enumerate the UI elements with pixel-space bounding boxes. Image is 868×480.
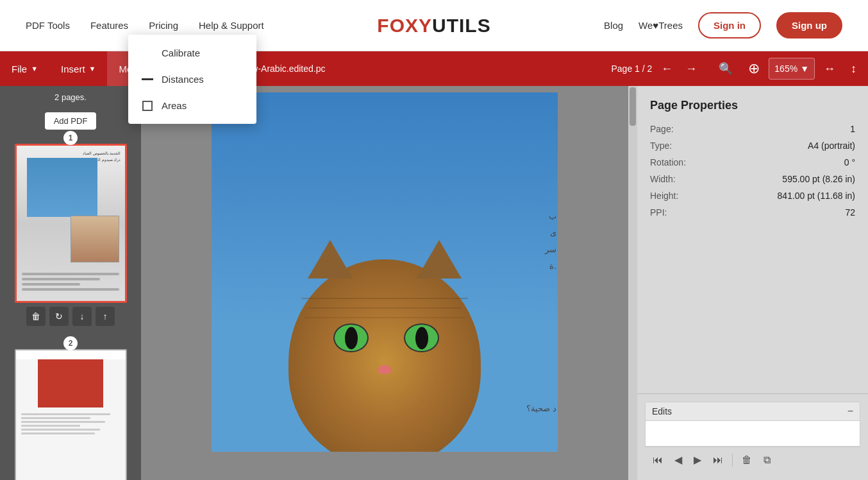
distances-label: Distances [162, 74, 204, 85]
edits-toolbar-separator [732, 454, 733, 467]
nav-help-support[interactable]: Help & Support [199, 20, 264, 31]
nav-blog[interactable]: Blog [604, 20, 623, 31]
arabic-text-right-2: د صحية؟ [526, 404, 556, 413]
arabic-text-right-1: بیسرة. [545, 208, 556, 275]
zoom-level-value: 165% [774, 64, 797, 74]
thumb-1-dog-img [71, 216, 119, 262]
logo-foxy: FOXY [377, 15, 432, 36]
nav-we-trees[interactable]: We♥Trees [638, 20, 683, 31]
pdf-scrollbar-thumb[interactable] [630, 87, 636, 126]
cat-stripe-3 [305, 317, 465, 318]
edits-copy-button[interactable]: ⧉ [758, 452, 776, 468]
thumb-2-text [21, 413, 120, 434]
page-2-thumb-container: 2 [10, 343, 131, 480]
cat-head [288, 259, 481, 452]
measure-areas-item[interactable]: Areas [128, 92, 256, 119]
edits-last-button[interactable]: ⏭ [708, 452, 728, 468]
edits-first-button[interactable]: ⏮ [647, 452, 668, 468]
prop-height-label: Height: [650, 191, 678, 201]
sign-up-button[interactable]: Sign up [776, 12, 842, 39]
zoom-in-icon: ⊕ [748, 60, 760, 77]
nav-pdf-tools[interactable]: PDF Tools [26, 20, 70, 31]
prop-type-label: Type: [650, 141, 672, 151]
file-label: File [12, 64, 27, 74]
prop-page-label: Page: [650, 124, 674, 134]
prop-width-label: Width: [650, 174, 676, 184]
sign-in-button[interactable]: Sign in [698, 12, 761, 39]
cat-ear-left [308, 240, 353, 279]
fit-width-icon: ↔ [824, 62, 835, 76]
prop-page-row: Page: 1 [650, 124, 855, 134]
thumb-2-red-img [38, 359, 104, 408]
right-panel: Page Properties Page: 1 Type: A4 (portra… [637, 86, 868, 480]
logo-utils: UTILS [432, 15, 491, 36]
page-1-badge: 1 [63, 131, 78, 145]
pdf-viewer-area: بیسرة. د صحية؟ [141, 86, 637, 480]
nav-links-left: PDF Tools Features Pricing Help & Suppor… [26, 20, 264, 31]
page-next-button[interactable]: → [681, 60, 701, 78]
thumb-1-lines [22, 273, 119, 293]
fit-height-icon: ↕ [851, 62, 856, 76]
thumb-2-image [16, 359, 126, 480]
prop-height-value: 841.00 pt (11.68 in) [778, 191, 855, 201]
page-1-thumbnail[interactable]: الخدمة بالحصوص العباددرك صيدوم اللازم [15, 144, 127, 303]
page-properties-section: Page Properties Page: 1 Type: A4 (portra… [637, 86, 868, 393]
search-icon-button[interactable]: 🔍 [712, 51, 739, 86]
measure-dropdown-menu: Calibrate Distances Areas [128, 35, 256, 124]
measure-calibrate-item[interactable]: Calibrate [128, 40, 256, 66]
prop-rotation-value: 0 ° [844, 157, 855, 167]
page-prev-button[interactable]: ← [657, 60, 676, 78]
page-1-move-down-button[interactable]: ↓ [72, 307, 92, 326]
prop-type-value: A4 (portrait) [808, 141, 855, 151]
calibrate-label: Calibrate [162, 47, 200, 58]
insert-chevron-icon: ▼ [89, 65, 96, 73]
add-pdf-button[interactable]: Add PDF [45, 112, 97, 130]
edits-prev-button[interactable]: ◀ [669, 451, 687, 468]
zoom-in-button[interactable]: ⊕ [742, 51, 766, 86]
prop-type-row: Type: A4 (portrait) [650, 141, 855, 151]
page-navigation: Page 1 / 2 ← → [605, 60, 708, 78]
nav-links-right: Blog We♥Trees Sign in Sign up [604, 12, 842, 39]
edits-toolbar: ⏮ ◀ ▶ ⏭ 🗑 ⧉ [645, 447, 860, 472]
fit-width-button[interactable]: ↔ [817, 51, 842, 86]
page-1-delete-button[interactable]: 🗑 [26, 307, 46, 326]
prop-page-value: 1 [850, 124, 855, 134]
prop-ppi-row: PPI: 72 [650, 207, 855, 218]
edits-header-bar: Edits − [645, 402, 860, 421]
pdf-scrollbar[interactable] [628, 86, 637, 480]
site-logo[interactable]: FOXYUTILS [377, 15, 490, 36]
prop-rotation-row: Rotation: 0 ° [650, 157, 855, 167]
edits-content-area [645, 421, 860, 447]
panel-title: Page Properties [650, 99, 855, 112]
toolbar-right-controls: 🔍 ⊕ 165% ▼ ↔ ↕ [707, 51, 868, 86]
insert-label: Insert [61, 64, 85, 74]
page-1-move-up-button[interactable]: ↑ [96, 307, 115, 326]
page-info-text: Page 1 / 2 [612, 64, 653, 74]
file-menu-button[interactable]: File ▼ [0, 51, 49, 86]
edits-delete-button[interactable]: 🗑 [737, 452, 757, 468]
pdf-page-display: بیسرة. د صحية؟ [141, 86, 628, 480]
edits-next-button[interactable]: ▶ [689, 451, 706, 468]
prop-rotation-label: Rotation: [650, 157, 686, 167]
areas-icon [141, 101, 154, 111]
prop-width-row: Width: 595.00 pt (8.26 in) [650, 174, 855, 184]
page-1-rotate-button[interactable]: ↻ [49, 307, 69, 326]
measure-distances-item[interactable]: Distances [128, 66, 256, 92]
cat-eye-right [404, 323, 439, 352]
nav-pricing[interactable]: Pricing [149, 20, 178, 31]
search-icon: 🔍 [719, 62, 733, 76]
distances-icon [141, 78, 154, 80]
zoom-level-selector[interactable]: 165% ▼ [769, 58, 815, 80]
fit-height-button[interactable]: ↕ [844, 51, 863, 86]
prop-ppi-value: 72 [845, 207, 855, 218]
file-chevron-icon: ▼ [31, 65, 38, 73]
edits-label: Edits [652, 406, 672, 416]
edits-section: Edits − ⏮ ◀ ▶ ⏭ 🗑 ⧉ [637, 393, 868, 480]
page-2-thumbnail[interactable] [15, 349, 127, 480]
logo-area: FOXYUTILS [377, 15, 490, 37]
pages-count: 2 pages. [54, 92, 87, 102]
insert-menu-button[interactable]: Insert ▼ [49, 51, 107, 86]
edits-collapse-button[interactable]: − [847, 406, 853, 416]
nav-features[interactable]: Features [90, 20, 128, 31]
pages-sidebar: 2 pages. Add PDF 1 الخدمة بالحصوص العباد… [0, 86, 141, 480]
